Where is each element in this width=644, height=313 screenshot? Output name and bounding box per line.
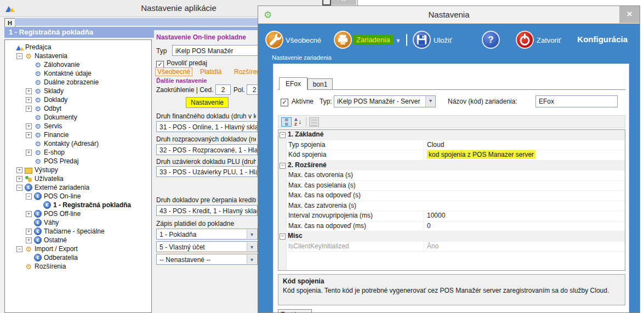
property-value[interactable]: 10000 — [424, 211, 625, 221]
zariadenia-button[interactable] — [334, 31, 352, 49]
tree-item[interactable]: + ⚙ Sklady — [5, 87, 151, 95]
payment-select-1[interactable]: 1 - Pokladňa▾ — [156, 229, 258, 240]
chevron-down-icon[interactable]: ▼ — [395, 37, 401, 44]
grid-property-row[interactable]: Max. čas na odpoveď (ms) 0 — [278, 221, 625, 232]
bg-close-button[interactable]: ✕ — [331, 0, 356, 5]
vseobecne-label[interactable]: Všeobecné — [286, 36, 321, 44]
tab-bon1[interactable]: bon1 — [307, 78, 333, 90]
property-value[interactable]: kod spojenia z POS Manazer server — [424, 150, 625, 160]
grid-category-row[interactable]: − 2. Rozšírené — [278, 161, 625, 171]
payment-select-3[interactable]: -- Nenastavené --▾ — [156, 254, 258, 265]
tree-item[interactable]: ⚙ POS Predaj — [5, 157, 151, 166]
vseobecne-button[interactable] — [265, 31, 283, 49]
tree-item[interactable]: Predajca — [5, 43, 151, 52]
tree-item[interactable]: − € Externé zariadenia — [5, 183, 151, 192]
dialog-titlebar[interactable]: ⚙ Nastavenia × — [258, 6, 640, 24]
tree-item[interactable]: ⚙ Kontakty (Adresár) — [5, 139, 151, 148]
druh-rozpracovanych-field[interactable]: 32 - POS - Rozpracované, 1 - Hlavn — [156, 144, 258, 155]
tree-expander-icon[interactable]: + — [26, 150, 32, 156]
tree-expander-icon[interactable]: + — [26, 237, 32, 243]
nastavenie-button[interactable]: Nastavenie — [186, 97, 229, 108]
ulozit-label[interactable]: Uložiť — [434, 36, 452, 44]
tree-item[interactable]: + ⚙ Financie — [5, 130, 151, 139]
tree-expander-icon[interactable]: + — [26, 106, 32, 112]
maximize-button[interactable] — [322, 0, 331, 5]
chevron-down-icon[interactable]: ▾ — [425, 96, 435, 107]
zatvorit-button[interactable] — [516, 31, 534, 49]
tree-item[interactable]: + ⚙ E-shop — [5, 148, 151, 157]
tree-expander-icon[interactable]: + — [26, 88, 32, 94]
tree-item[interactable]: ⚙ Rozšírenia — [5, 262, 151, 271]
grid-property-row[interactable]: Max. čas posielania (s) — [278, 181, 625, 191]
chevron-down-icon[interactable]: ▾ — [247, 242, 257, 251]
tab-platidla[interactable]: Platidlá — [200, 68, 221, 76]
device-typ-combobox[interactable]: iKelp POS Manažér - Server ▾ — [334, 95, 436, 107]
tree-item[interactable]: + € POS Off-line — [5, 209, 151, 218]
property-value[interactable]: 0 — [424, 221, 625, 231]
dialog-close-button[interactable]: × — [619, 6, 640, 23]
tree-expander-icon[interactable]: + — [26, 123, 32, 129]
tree-item[interactable]: + ⚙ Odbyt — [5, 104, 151, 113]
tree-expander-icon[interactable]: + — [26, 97, 32, 103]
checkbox-check-icon[interactable]: ✓ — [281, 99, 288, 106]
typ-combobox[interactable]: iKelp POS Manažér — [172, 45, 258, 56]
druh-kredit-field[interactable]: 43 - POS - Kredit, 1 - Hlavný sklad — [156, 205, 258, 216]
collapse-icon[interactable]: − — [280, 234, 286, 240]
property-value[interactable]: Áno — [424, 242, 625, 252]
tree-item[interactable]: − ⚙ Import / Export — [5, 244, 151, 253]
nazov-input[interactable]: EFox — [535, 95, 618, 107]
tree-item[interactable]: − ⚙ Nastavenia — [5, 52, 151, 60]
tree-expander-icon[interactable]: − — [16, 185, 22, 191]
tree-item[interactable]: € 1 - Registračná pokladňa — [5, 201, 151, 209]
zariadenia-label[interactable]: Zariadenia — [353, 35, 393, 44]
collapse-icon[interactable]: − — [280, 163, 286, 169]
grid-property-row[interactable]: Kód spojenia kod spojenia z POS Manazer … — [278, 150, 625, 161]
tree-item[interactable]: + Výstupy — [5, 166, 151, 174]
test-kom-button[interactable]: Test kom. — [278, 309, 312, 313]
druh-financneho-field[interactable]: 31 - POS - Online, 1 - Hlavný sklad — [156, 121, 258, 132]
tree-item[interactable]: + Užívatelia — [5, 174, 151, 183]
tree-expander-icon[interactable]: + — [26, 132, 32, 138]
tree-expander-icon[interactable]: + — [16, 176, 22, 182]
tree-expander-icon[interactable]: + — [26, 211, 32, 217]
tab-efox[interactable]: EFox — [279, 77, 307, 90]
grid-property-row[interactable]: Max. čas otvorenia (s) — [278, 170, 625, 181]
grid-property-row[interactable]: IsClientKeyInitialized Áno — [278, 242, 625, 252]
property-value[interactable]: Cloud — [424, 140, 625, 150]
tree-item[interactable]: + ⚙ Doklady — [5, 95, 151, 104]
tree-item[interactable]: ⚙ Kontaktné údaje — [5, 69, 151, 78]
zatvorit-label[interactable]: Zatvoriť — [537, 36, 561, 44]
aktivne-checkbox[interactable]: ✓ — [281, 97, 291, 106]
grid-property-row[interactable]: Max. čas na odpoveď (s) — [278, 191, 625, 201]
alphabetical-sort-icon[interactable]: AZ↓ — [294, 117, 304, 127]
categorized-view-icon[interactable]: ⊞⊞ — [281, 117, 292, 127]
tree-expander-icon[interactable]: − — [26, 194, 32, 200]
tree-item[interactable]: + € Ostatné — [5, 236, 151, 244]
rounding-ced-input[interactable]: 2 — [215, 84, 231, 95]
chevron-down-icon[interactable]: ▾ — [247, 255, 257, 264]
grid-property-row[interactable]: Typ spojenia Cloud — [278, 140, 625, 151]
help-button[interactable]: ? — [482, 31, 500, 49]
tree-item[interactable]: + ⚙ Servis — [5, 122, 151, 130]
tree-expander-icon[interactable]: − — [16, 246, 22, 252]
grid-category-row[interactable]: − 1. Základné — [278, 130, 625, 140]
grid-property-row[interactable]: Interval znovupripojenia (ms) 10000 — [278, 211, 625, 221]
tab-vseobecne[interactable]: Všeobecné — [155, 67, 192, 76]
tree-item[interactable]: + € Tlačiarne - špeciálne — [5, 227, 151, 236]
chevron-down-icon[interactable]: ▾ — [247, 230, 257, 238]
grid-category-row[interactable]: − Misc — [278, 231, 625, 242]
collapse-icon[interactable]: − — [280, 132, 286, 138]
tree-expander-icon[interactable]: + — [16, 167, 22, 173]
tree-item[interactable]: ⚙ Zálohovanie — [5, 60, 151, 69]
payment-select-2[interactable]: 5 - Vlastný účet▾ — [156, 241, 258, 252]
ulozit-button[interactable] — [413, 31, 431, 49]
grid-property-row[interactable]: Max. čas zatvorenia (s) — [278, 201, 625, 212]
tree-item[interactable]: − € POS On-line — [5, 192, 151, 201]
tree-item[interactable]: € Váhy — [5, 218, 151, 227]
tree-expander-icon[interactable]: − — [16, 53, 22, 59]
tree-item[interactable]: € Odberatelia — [5, 253, 151, 262]
tree-item[interactable]: ⚙ Dokumenty — [5, 113, 151, 122]
property-pages-icon[interactable] — [309, 117, 319, 127]
tree-expander-icon[interactable]: + — [26, 229, 32, 235]
tree-item[interactable]: ⚙ Duálne zobrazenie — [5, 78, 151, 87]
